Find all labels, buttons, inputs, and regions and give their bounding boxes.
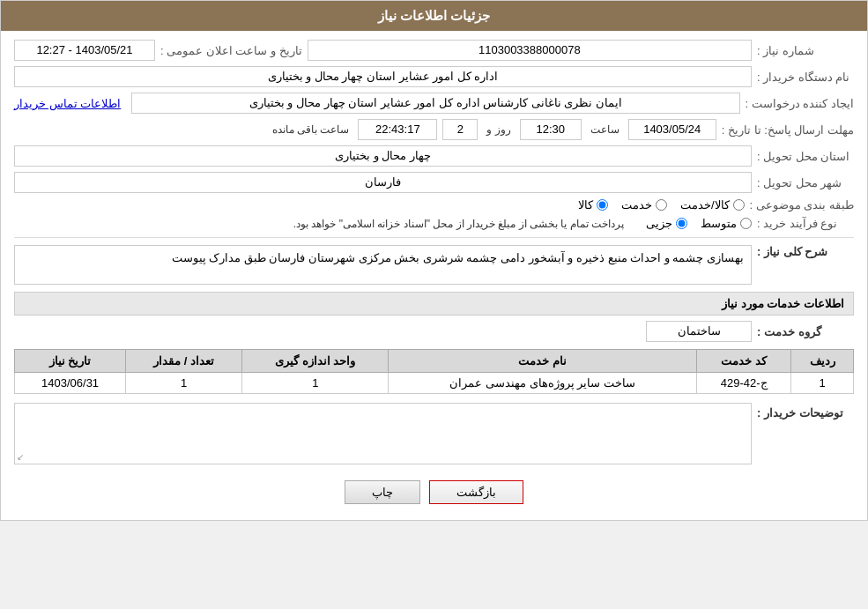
city-label: شهر محل تحویل : <box>757 176 854 189</box>
buyer-org-label: نام دستگاه خریدار : <box>757 71 854 84</box>
days-label: روز و <box>486 123 510 136</box>
province-row: استان محل تحویل : چهار محال و بختیاری <box>14 145 854 167</box>
col-qty: تعداد / مقدار <box>126 350 242 373</box>
description-row: شرح کلی نیاز : بهسازی چشمه و احداث منبع … <box>14 245 854 285</box>
buyer-description-box: ↙ <box>14 403 752 464</box>
contact-link[interactable]: اطلاعات تماس خریدار <box>14 97 121 110</box>
category-row: طبقه بندی موضوعی : کالا/خدمت خدمت کالا <box>14 198 854 212</box>
response-remaining-time: 22:43:17 <box>358 119 437 140</box>
col-service-code: کد خدمت <box>696 350 790 373</box>
buyer-org-value: اداره کل امور عشایر استان چهار محال و بخ… <box>14 66 752 87</box>
radio-khedmat-label: خدمت <box>621 198 652 212</box>
print-button[interactable]: چاپ <box>345 480 420 504</box>
city-value: فارسان <box>14 172 752 193</box>
bottom-buttons: بازگشت چاپ <box>14 470 854 511</box>
response-time-value: 12:30 <box>520 119 582 140</box>
col-service-name: نام خدمت <box>389 350 697 373</box>
purchase-type-label: نوع فرآیند خرید : <box>757 217 854 230</box>
services-section-header: اطلاعات خدمات مورد نیاز <box>14 292 854 316</box>
need-number-value: 1103003388000078 <box>308 40 752 61</box>
col-unit: واحد اندازه گیری <box>242 350 389 373</box>
content-area: شماره نیاز : 1103003388000078 تاریخ و سا… <box>1 31 867 520</box>
back-button[interactable]: بازگشت <box>429 480 523 504</box>
col-row-num: ردیف <box>791 350 854 373</box>
time-label: ساعت <box>590 123 619 136</box>
col-date: تاریخ نیاز <box>15 350 126 373</box>
purchase-type-radio-group: متوسط جزیی پرداخت تمام یا بخشی از مبلغ خ… <box>14 217 752 230</box>
response-deadline-row: مهلت ارسال پاسخ: تا تاریخ : 1403/05/24 س… <box>14 119 854 140</box>
announcement-date-value: 1403/05/21 - 12:27 <box>14 40 155 61</box>
page-header: جزئیات اطلاعات نیاز <box>1 1 867 31</box>
buyer-description-row: توضیحات خریدار : ↙ <box>14 403 854 464</box>
need-number-label: شماره نیاز : <box>757 44 854 57</box>
province-value: چهار محال و بختیاری <box>14 145 752 167</box>
purchase-note: پرداخت تمام یا بخشی از مبلغ خریدار از مح… <box>293 218 624 230</box>
category-label: طبقه بندی موضوعی : <box>750 198 854 212</box>
response-days-value: 2 <box>442 119 478 140</box>
radio-khedmat: خدمت <box>621 198 667 212</box>
requester-value: ایمان نظری ناغانی کارشناس اداره کل امور … <box>131 93 739 114</box>
buyer-org-row: نام دستگاه خریدار : اداره کل امور عشایر … <box>14 66 854 87</box>
radio-jozii-input[interactable] <box>676 218 687 229</box>
purchase-type-row: نوع فرآیند خرید : متوسط جزیی پرداخت تمام… <box>14 217 854 230</box>
city-row: شهر محل تحویل : فارسان <box>14 172 854 193</box>
requester-row: ایجاد کننده درخواست : ایمان نظری ناغانی … <box>14 93 854 114</box>
resize-icon: ↙ <box>17 452 24 462</box>
services-table: ردیف کد خدمت نام خدمت واحد اندازه گیری ت… <box>14 349 854 394</box>
group-service-row: گروه خدمت : ساختمان <box>14 321 854 342</box>
need-number-row: شماره نیاز : 1103003388000078 تاریخ و سا… <box>14 40 854 61</box>
buyer-description-label: توضیحات خریدار : <box>757 403 854 420</box>
radio-motovaset: متوسط <box>701 217 752 230</box>
buyer-description-container: ↙ <box>14 403 752 464</box>
description-value: بهسازی چشمه و احداث منبع ذخیره و آبشخور … <box>14 245 752 285</box>
radio-motovaset-input[interactable] <box>740 218 752 229</box>
description-label: شرح کلی نیاز : <box>757 245 854 258</box>
table-header-row: ردیف کد خدمت نام خدمت واحد اندازه گیری ت… <box>15 350 854 373</box>
radio-kala-khedmat-input[interactable] <box>733 199 745 211</box>
services-table-section: ردیف کد خدمت نام خدمت واحد اندازه گیری ت… <box>14 349 854 394</box>
province-label: استان محل تحویل : <box>757 150 854 163</box>
category-radio-group: کالا/خدمت خدمت کالا <box>578 198 745 212</box>
radio-khedmat-input[interactable] <box>656 199 667 211</box>
radio-kala-label: کالا <box>578 198 593 212</box>
radio-jozii: جزیی <box>646 217 687 230</box>
service-group-label: گروه خدمت : <box>757 325 854 338</box>
table-row: 1ج-42-429ساخت سایر پروژه‌های مهندسی عمرا… <box>15 373 854 394</box>
response-deadline-label: مهلت ارسال پاسخ: تا تاریخ : <box>722 123 854 137</box>
divider1 <box>14 237 854 238</box>
radio-kala-khedmat: کالا/خدمت <box>680 198 745 212</box>
response-date-value: 1403/05/24 <box>628 119 716 140</box>
radio-kala: کالا <box>578 198 608 212</box>
radio-kala-input[interactable] <box>597 199 608 211</box>
remaining-label: ساعت باقی مانده <box>272 123 350 136</box>
page-title: جزئیات اطلاعات نیاز <box>378 8 490 23</box>
radio-jozii-label: جزیی <box>646 217 672 230</box>
radio-kala-khedmat-label: کالا/خدمت <box>680 198 730 212</box>
announcement-date-label: تاریخ و ساعت اعلان عمومی : <box>160 44 302 57</box>
requester-label: ایجاد کننده درخواست : <box>746 97 854 110</box>
page-wrapper: جزئیات اطلاعات نیاز شماره نیاز : 1103003… <box>0 0 868 521</box>
radio-motovaset-label: متوسط <box>701 217 737 230</box>
service-group-value: ساختمان <box>646 321 752 342</box>
